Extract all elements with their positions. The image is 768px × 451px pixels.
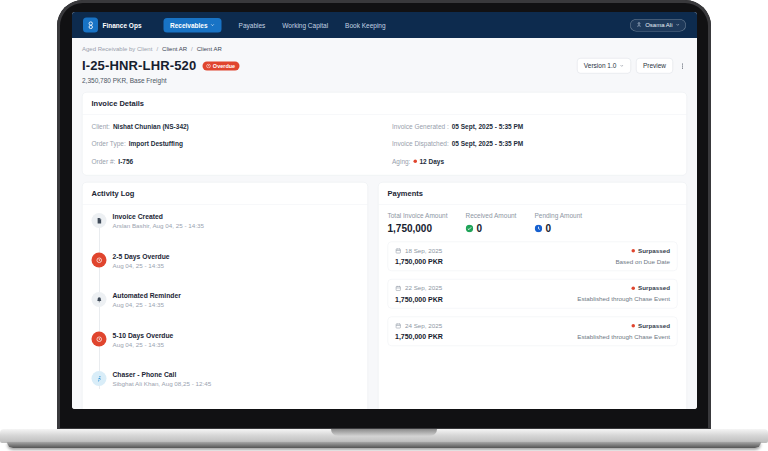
payment-date: 22 Sep, 2025 [405,285,442,292]
detail-value: 05 Sept, 2025 - 5:35 PM [452,140,524,148]
status-badge-label: Overdue [213,63,235,69]
nav-tabs: Receivables Payables Working Capital Boo… [164,18,386,33]
stat-pending-amount: Pending Amount 0 [534,212,582,234]
laptop-mockup: Finance Ops Receivables Payables Working… [0,0,768,451]
activity-title: Chaser - Phone Call [113,371,212,379]
payment-row[interactable]: 24 Sep, 2025 Surpassed 1,750,000 PKR Est… [388,317,678,347]
activity-subtitle: Aug 04, 25 - 14:35 [113,302,181,309]
invoice-subtitle: 2,350,780 PKR, Base Freight [72,77,697,85]
payment-note: Established through Chase Event [577,333,670,340]
user-menu[interactable]: Osama Ali [630,19,686,32]
activity-subtitle: Sibghat Ali Khan, Aug 08,25 - 12:45 [113,381,212,388]
more-options-icon[interactable] [678,61,687,70]
activity-item: Invoice Created Arslan Bashir, Aug 04, 2… [92,213,359,230]
activity-item: Chaser - Phone Call Sibghat Ali Khan, Au… [92,371,359,388]
laptop-base-bottom [7,442,761,448]
payment-status-label: Surpassed [638,285,670,292]
aging-value: 12 Days [419,158,444,166]
activity-item-text: Automated Reminder Aug 04, 25 - 14:35 [113,292,181,309]
detail-value: Import Destuffing [129,140,183,148]
tab-payables[interactable]: Payables [239,21,266,29]
activity-item: 5-10 Days Overdue Aug 04, 25 - 14:35 [92,332,359,349]
stat-value: 0 [476,223,482,235]
tab-working-capital[interactable]: Working Capital [282,21,328,29]
aging-dot-icon [413,160,417,164]
status-badge: Overdue [202,61,239,70]
payment-amount: 1,750,000 PKR [395,295,443,303]
preview-label: Preview [643,62,666,70]
tab-label: Working Capital [282,21,328,29]
activity-item-text: 2-5 Days Overdue Aug 04, 25 - 14:35 [113,253,170,270]
payment-list: 18 Sep, 2025 Surpassed 1,750,000 PKR Bas… [379,241,687,356]
detail-value: 12 Days [413,158,444,166]
version-label: Version 1.0 [584,62,617,70]
detail-label: Invoice Dispatched: [392,140,449,148]
detail-row-invoice-generated: Invoice Generated : 05 Sept, 2025 - 5:35… [392,118,678,136]
header-actions: Version 1.0 Preview [577,58,687,74]
bottom-grid: Activity Log Invoice Created Arslan Bash… [82,182,687,409]
activity-log-body: Invoice Created Arslan Bashir, Aug 04, 2… [83,205,368,410]
detail-row-order-number: Order #: I-756 [92,153,378,171]
detail-row-order-type: Order Type: Import Destuffing [92,135,378,153]
breadcrumb-item[interactable]: Client AR [197,46,222,53]
activity-item-text: 5-10 Days Overdue Aug 04, 25 - 14:35 [113,332,174,349]
payment-status: Surpassed [632,247,670,254]
payments-title: Payments [379,183,687,205]
payment-status: Surpassed [632,285,670,292]
detail-row-invoice-dispatched: Invoice Dispatched: 05 Sept, 2025 - 5:35… [392,135,678,153]
breadcrumb-item[interactable]: Client AR [162,46,187,53]
brand-name: Finance Ops [103,21,142,29]
payment-row[interactable]: 18 Sep, 2025 Surpassed 1,750,000 PKR Bas… [388,242,678,272]
tab-book-keeping[interactable]: Book Keeping [345,21,385,29]
detail-value: 05 Sept, 2025 - 5:35 PM [452,123,524,131]
payment-note: Based on Due Date [615,258,670,265]
payment-amount: 1,750,000 PKR [395,333,443,341]
laptop-notch [331,429,437,436]
activity-subtitle: Arslan Bashir, Aug 04, 25 - 14:35 [113,223,204,230]
page-title: I-25-HNR-LHR-520 [82,58,196,74]
user-icon [636,21,642,29]
payments-stats: Total Invoice Amount 1,750,000 Received … [379,205,687,241]
tab-label: Book Keeping [345,21,385,29]
breadcrumb-item[interactable]: Aged Receivable by Client [82,46,152,53]
page-header: I-25-HNR-LHR-520 Overdue Version 1.0 Pre… [72,58,697,74]
clock-icon [206,63,211,68]
invoice-details-card: Invoice Details Client: Nishat Chunian (… [82,92,687,176]
document-icon [92,213,107,228]
activity-log-title: Activity Log [83,183,368,205]
payment-row[interactable]: 22 Sep, 2025 Surpassed 1,750,000 PKR Est… [388,279,678,309]
invoice-details-title: Invoice Details [83,93,687,115]
payment-status-label: Surpassed [638,247,670,254]
details-left-column: Client: Nishat Chunian (NS-342) Order Ty… [92,118,378,171]
preview-button[interactable]: Preview [636,58,673,74]
chevron-down-icon [210,21,215,29]
activity-title: 5-10 Days Overdue [113,332,174,340]
detail-label: Client: [92,123,110,131]
clock-alert-icon [92,332,107,347]
runner-icon [92,371,107,386]
invoice-details-body: Client: Nishat Chunian (NS-342) Order Ty… [83,115,687,176]
stat-label: Pending Amount [534,212,582,220]
version-select[interactable]: Version 1.0 [577,58,631,74]
activity-subtitle: Aug 04, 25 - 14:35 [113,262,170,269]
stat-value: 1,750,000 [388,223,448,235]
tab-label: Receivables [170,21,208,29]
activity-title: Automated Reminder [113,292,181,300]
payment-status: Surpassed [632,322,670,329]
laptop-screen: Finance Ops Receivables Payables Working… [72,12,697,409]
detail-value: Nishat Chunian (NS-342) [113,123,189,131]
detail-label: Aging: [392,158,410,166]
status-dot-icon [632,249,636,253]
detail-label: Invoice Generated : [392,123,449,131]
payment-note: Established through Chase Event [577,296,670,303]
status-dot-icon [632,286,636,290]
breadcrumb-separator: / [191,46,193,53]
activity-item-text: Invoice Created Arslan Bashir, Aug 04, 2… [113,213,204,230]
user-name: Osama Ali [645,22,672,29]
payment-date: 18 Sep, 2025 [405,247,442,254]
clock-circle-icon [534,224,542,232]
stat-value: 0 [545,223,551,235]
payments-card: Payments Total Invoice Amount 1,750,000 … [378,182,687,409]
tab-receivables[interactable]: Receivables [164,18,222,33]
status-dot-icon [632,324,636,328]
